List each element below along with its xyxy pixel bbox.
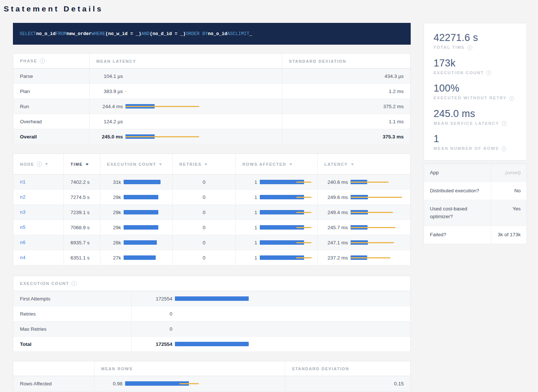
rows-affected-cell: 1 [236, 190, 318, 205]
sql-identifier: new_order [67, 31, 92, 37]
time-column-header[interactable]: Time [64, 154, 100, 175]
execution-count-cell: 28k [100, 235, 173, 250]
info-icon[interactable] [468, 45, 472, 50]
exec-label-cell: Retries [13, 306, 132, 321]
sort-arrow-icon[interactable] [289, 164, 292, 165]
exec-label-cell: Max Retries [13, 321, 132, 337]
execution-count-cell: 29k [100, 220, 173, 235]
bar-stddev-segment [296, 257, 312, 259]
sort-arrow-icon[interactable] [351, 164, 354, 165]
mean-rows-column-header: Mean Rows [94, 361, 285, 376]
page-title: Statement Details [4, 4, 538, 13]
table-row-total: Total 172554 [13, 337, 411, 352]
bar-stddev-segment [125, 136, 199, 138]
info-icon[interactable] [502, 121, 507, 126]
side-column: 42271.6 s Total Time 173k Execution Coun… [424, 23, 527, 244]
exec-count-bar [124, 224, 161, 230]
rows-affected-label-cell: Rows Affected [13, 376, 94, 391]
exec-count-value: 0 [138, 326, 172, 332]
prop-value: 3k of 173k [491, 226, 527, 244]
node-link[interactable]: n5 [20, 225, 25, 230]
exec-count-value: 0 [138, 311, 172, 317]
node-table-body: n17402.2 s31k01240.6 msn27274.5 s29k0124… [13, 175, 411, 265]
bar-value-segment [124, 240, 157, 245]
latency-cell: 240.6 ms [318, 175, 411, 190]
info-icon[interactable] [40, 58, 45, 63]
bar-stddev-segment [296, 197, 311, 198]
time-cell: 7274.5 s [64, 190, 100, 205]
node-link[interactable]: n3 [20, 210, 25, 215]
node-link[interactable]: n6 [20, 240, 25, 245]
stddev-cell: 1.2 ms [282, 84, 411, 99]
node-column-header[interactable]: Node [13, 154, 64, 175]
mean-latency-bar [125, 73, 199, 79]
sql-keyword: FROM [56, 31, 67, 37]
node-cell: n5 [13, 220, 64, 235]
stat-label: Total Time [434, 45, 517, 50]
latency-cell: 237.2 ms [318, 250, 411, 265]
exec-count-bar [175, 341, 249, 347]
retries-cell: 0 [173, 190, 236, 205]
mean-latency-value: 245.0 ms [96, 134, 123, 140]
node-link[interactable]: n1 [20, 180, 25, 185]
latency-value: 247.1 ms [324, 240, 348, 245]
stat-value: 173k [434, 58, 517, 69]
execution-count-header-row: Execution Count [13, 276, 411, 291]
exec-count-bar [175, 326, 249, 332]
execution-count-column-header[interactable]: Execution Count [100, 154, 173, 175]
latency-value: 245.7 ms [324, 225, 348, 230]
sort-arrow-icon[interactable] [86, 164, 89, 165]
phase-cell: Run [13, 99, 90, 114]
sort-arrow-icon[interactable] [204, 164, 207, 165]
phase-cell: Plan [13, 84, 90, 99]
bar-value-segment [124, 210, 158, 214]
info-icon[interactable] [486, 71, 491, 75]
info-icon[interactable] [509, 96, 514, 101]
sql-keyword: SELECT [20, 31, 36, 37]
exec-count-bar [175, 311, 249, 317]
table-row: First Attempts 172554 [13, 291, 411, 306]
info-icon[interactable] [37, 162, 42, 167]
rows-affected-bar [260, 224, 311, 230]
sort-arrow-icon[interactable] [45, 163, 48, 165]
rows-affected-column-header[interactable]: Rows Affected [236, 154, 318, 175]
latency-cell: 249.4 ms [318, 205, 411, 220]
retries-column-header[interactable]: Retries [173, 154, 236, 175]
node-table-row: n46351.1 s27k01237.2 ms [13, 250, 411, 265]
phase-cell: Parse [13, 69, 90, 84]
stddev-cell: 0.15 [285, 376, 411, 391]
table-row: Parse 104.1 µs 434.3 µs [13, 69, 411, 84]
exec-value-cell: 0 [132, 321, 411, 337]
summary-panel: 42271.6 s Total Time 173k Execution Coun… [424, 23, 527, 161]
node-link[interactable]: n2 [20, 195, 25, 200]
stat-label: Execution Count [434, 71, 517, 76]
stat-label: Mean Number of Rows [434, 146, 517, 151]
bar-stddev-segment [179, 383, 199, 385]
rows-affected-value: 1 [242, 195, 257, 200]
table-row: Max Retries 0 [13, 321, 411, 337]
stat-value: 245.0 ms [434, 108, 517, 120]
info-icon[interactable] [501, 147, 506, 151]
mean-latency-bar [125, 88, 199, 94]
info-icon[interactable] [72, 281, 77, 286]
exec-count-value: 31k [107, 179, 121, 185]
bar-value-segment [175, 342, 249, 346]
node-table-header-row: Node Time Execution Count Retries Rows A… [13, 154, 411, 175]
time-cell: 7402.2 s [64, 175, 100, 190]
exec-count-bar [124, 209, 161, 215]
phase-cell: Overall [13, 129, 90, 144]
bar-stddev-segment [125, 106, 199, 107]
node-link[interactable]: n4 [20, 255, 25, 261]
mean-latency-value: 124.2 µs [96, 119, 123, 124]
mean-latency-bar [125, 118, 199, 124]
bar-stddev-segment [296, 212, 311, 213]
latency-column-header[interactable]: Latency [318, 154, 411, 175]
bar-value-segment [124, 255, 156, 260]
exec-count-bar [175, 296, 249, 302]
mean-latency-value: 104.1 µs [96, 73, 123, 79]
exec-value-cell: 172554 [132, 337, 411, 352]
stat-label: Executed without Retry [434, 96, 517, 101]
sort-arrow-icon[interactable] [159, 164, 162, 165]
exec-count-bar [124, 255, 161, 261]
prop-value: Yes [491, 200, 527, 226]
